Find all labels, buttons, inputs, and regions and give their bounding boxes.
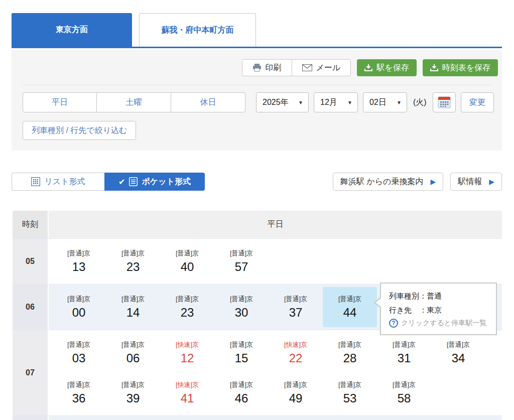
row-trains: [普通]京03[普通]京06[快速]京12[普通]京15[快速]京22[普通]京… — [49, 330, 502, 415]
train-minute: 39 — [126, 391, 140, 405]
train-type-label: [普通]京 — [393, 380, 416, 389]
train-cell-07-39[interactable]: [普通]京39 — [106, 373, 160, 413]
print-button[interactable]: 印刷 — [242, 60, 292, 76]
calendar-button[interactable] — [433, 92, 456, 112]
train-cell-06-23[interactable]: [普通]京23 — [160, 287, 214, 327]
train-type-label: [普通]京 — [67, 295, 90, 304]
day-type-header: 平日 — [49, 211, 502, 238]
train-type-filter-button[interactable]: 列車種別 / 行先で絞り込む — [23, 121, 136, 140]
train-minute: 23 — [126, 260, 140, 274]
grid-icon — [31, 177, 40, 186]
pocket-view-label: ポケット形式 — [142, 177, 191, 187]
train-minute: 37 — [289, 306, 303, 320]
train-minute: 31 — [398, 351, 411, 365]
weekday-filter-button[interactable]: 平日 — [23, 92, 97, 112]
train-minute: 46 — [235, 391, 248, 405]
train-cell-07-22[interactable]: [快速]京22 — [269, 333, 323, 373]
train-cell-05-13[interactable]: [普通]京13 — [52, 241, 106, 282]
hour-label: 05 — [13, 239, 49, 284]
toolbar: 印刷 メール 駅を保存 — [12, 50, 502, 76]
save-timetable-label: 時刻表を保存 — [442, 63, 490, 73]
train-cell-07-58[interactable]: [普通]京58 — [377, 373, 431, 413]
holiday-filter-button[interactable]: 休日 — [171, 92, 245, 112]
train-cell-06-00[interactable]: [普通]京00 — [52, 287, 106, 327]
train-cell-06-37[interactable]: [普通]京37 — [269, 287, 323, 327]
download-icon — [364, 64, 372, 72]
train-cell-07-06[interactable]: [普通]京06 — [106, 333, 160, 373]
save-station-button[interactable]: 駅を保存 — [357, 59, 416, 76]
train-type-label: [普通]京 — [121, 340, 145, 349]
train-cell-07-03[interactable]: [普通]京03 — [52, 333, 106, 373]
train-cell-07-41[interactable]: [快速]京41 — [160, 373, 214, 413]
change-button[interactable]: 変更 — [461, 92, 494, 112]
date-controls: 平日 土曜 休日 2025年 ▼ 12月 ▼ 02日 — [23, 92, 502, 112]
chevron-down-icon: ▼ — [397, 100, 402, 105]
hour-label: 08 — [13, 416, 49, 420]
train-cell-07-34[interactable]: [普通]京34 — [431, 333, 485, 373]
tooltip-help-text: クリックすると停車駅一覧 — [401, 319, 486, 328]
date-area: 2025年 ▼ 12月 ▼ 02日 ▼ (火) — [256, 92, 494, 112]
train-type-label: [普通]京 — [338, 295, 361, 304]
tab-tokyo-direction[interactable]: 東京方面 — [12, 13, 132, 47]
train-cell-07-36[interactable]: [普通]京36 — [52, 373, 106, 413]
month-select[interactable]: 12月 ▼ — [314, 92, 358, 112]
view-row: リスト形式 ✔ ポケット形式 舞浜駅 からの乗換案内 ▶ 駅情報 ▶ — [12, 173, 502, 191]
saturday-filter-button[interactable]: 土曜 — [97, 92, 171, 112]
year-select[interactable]: 2025年 ▼ — [256, 92, 309, 112]
train-line: [普通]京36[普通]京39[快速]京41[普通]京46[普通]京49[普通]京… — [52, 373, 502, 413]
row-trains — [49, 416, 502, 420]
train-type-label: [普通]京 — [230, 249, 253, 258]
train-minute: 49 — [289, 391, 303, 405]
list-view-button[interactable]: リスト形式 — [12, 173, 104, 191]
train-minute: 28 — [343, 351, 357, 365]
train-cell-06-44[interactable]: [普通]京44 — [323, 287, 377, 327]
train-cell-07-28[interactable]: [普通]京28 — [323, 333, 377, 373]
train-cell-07-31[interactable]: [普通]京31 — [377, 333, 431, 373]
train-type-label: [普通]京 — [176, 295, 199, 304]
train-cell-05-57[interactable]: [普通]京57 — [214, 241, 269, 282]
day-select[interactable]: 02日 ▼ — [363, 92, 407, 112]
train-minute: 40 — [181, 260, 194, 274]
train-minute: 14 — [126, 306, 140, 320]
row-trains: [普通]京13[普通]京23[普通]京40[普通]京57 — [49, 239, 502, 284]
control-panel: 印刷 メール 駅を保存 — [12, 50, 502, 151]
train-type-label: [普通]京 — [67, 249, 90, 258]
hour-column-header: 時刻 — [13, 211, 49, 238]
mail-icon — [302, 64, 312, 71]
timetable-page: 東京方面 蘇我・府中本町方面 印刷 — [0, 0, 514, 420]
day-filter-group: 平日 土曜 休日 — [23, 92, 245, 112]
train-cell-05-23[interactable]: [普通]京23 — [106, 241, 160, 282]
tab-soga-fuchu-direction[interactable]: 蘇我・府中本町方面 — [139, 13, 256, 47]
tooltip-arrow-fill — [375, 298, 382, 308]
tooltip-help-row[interactable]: ? クリックすると停車駅一覧 — [389, 319, 489, 328]
train-minute: 00 — [72, 306, 86, 320]
saturday-filter-label: 土曜 — [126, 97, 142, 108]
mail-label: メール — [316, 63, 341, 73]
pocket-view-button[interactable]: ✔ ポケット形式 — [104, 173, 205, 191]
check-icon: ✔ — [118, 177, 125, 187]
train-minute: 12 — [181, 351, 194, 365]
train-minute: 41 — [181, 391, 194, 405]
train-cell-07-12[interactable]: [快速]京12 — [160, 333, 214, 373]
mail-button[interactable]: メール — [292, 60, 351, 76]
tab-tokyo-label: 東京方面 — [56, 25, 88, 35]
arrow-right-icon: ▶ — [489, 178, 494, 186]
train-cell-07-15[interactable]: [普通]京15 — [214, 333, 269, 373]
chevron-down-icon: ▼ — [347, 100, 352, 105]
train-cell-05-40[interactable]: [普通]京40 — [160, 241, 214, 282]
hour-label: 06 — [13, 285, 49, 330]
train-cell-07-49[interactable]: [普通]京49 — [269, 373, 323, 413]
view-toggle-group: リスト形式 ✔ ポケット形式 — [12, 173, 205, 191]
station-info-button[interactable]: 駅情報 ▶ — [450, 173, 502, 191]
train-cell-06-30[interactable]: [普通]京30 — [214, 287, 269, 327]
train-cell-07-53[interactable]: [普通]京53 — [323, 373, 377, 413]
train-type-label: [普通]京 — [67, 340, 90, 349]
month-value: 12月 — [320, 97, 337, 108]
save-station-label: 駅を保存 — [376, 63, 409, 73]
transfer-guide-button[interactable]: 舞浜駅 からの乗換案内 ▶ — [333, 173, 443, 191]
train-cell-06-14[interactable]: [普通]京14 — [106, 287, 160, 327]
train-minute: 06 — [126, 351, 140, 365]
save-timetable-button[interactable]: 時刻表を保存 — [423, 59, 498, 76]
panel-divider — [23, 85, 491, 85]
train-cell-07-46[interactable]: [普通]京46 — [214, 373, 269, 413]
